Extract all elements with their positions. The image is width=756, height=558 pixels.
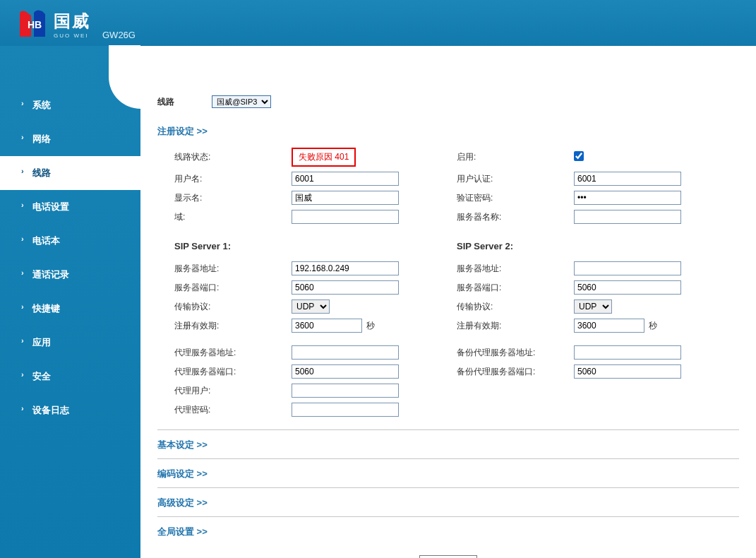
model-name: GW26G bbox=[102, 30, 136, 40]
s1-port-input[interactable] bbox=[292, 280, 399, 295]
logo-icon: HB bbox=[16, 7, 49, 41]
sidebar-item-label: 系统 bbox=[32, 100, 51, 110]
main-panel: 线路 国威@SIP3 注册设定 >> 线路状态: 失败原因 401 启用: bbox=[140, 46, 756, 558]
register-section-title[interactable]: 注册设定 >> bbox=[157, 125, 739, 138]
sidebar-item-label: 通话记录 bbox=[32, 269, 69, 280]
username-input[interactable] bbox=[292, 172, 399, 186]
line-selector-row: 线路 国威@SIP3 bbox=[157, 95, 739, 108]
sidebar-item-hotkeys[interactable]: 快捷键 bbox=[0, 292, 140, 326]
sidebar-item-label: 设备日志 bbox=[32, 405, 69, 415]
s2-proto-select[interactable]: UDP bbox=[574, 299, 612, 314]
sidebar-item-call-log[interactable]: 通话记录 bbox=[0, 258, 140, 292]
auth-label: 用户认证: bbox=[457, 173, 574, 185]
auth-input[interactable] bbox=[574, 172, 681, 186]
s2-expire-label: 注册有效期: bbox=[457, 320, 574, 332]
line-label: 线路 bbox=[157, 96, 210, 108]
sidebar-item-label: 网络 bbox=[32, 133, 51, 144]
username-label: 用户名: bbox=[174, 173, 292, 185]
brand-name: 国威 bbox=[54, 10, 90, 32]
line-select[interactable]: 国威@SIP3 bbox=[212, 95, 271, 108]
status-value: 失败原因 401 bbox=[292, 148, 356, 167]
sip-server2-title: SIP Server 2: bbox=[457, 241, 739, 251]
sidebar-item-label: 线路 bbox=[32, 167, 51, 178]
s2-addr-input[interactable] bbox=[574, 261, 681, 275]
s1-expire-input[interactable] bbox=[292, 319, 362, 333]
status-label: 线路状态: bbox=[174, 151, 292, 163]
submit-button[interactable]: 提交 bbox=[419, 555, 477, 558]
password-label: 验证密码: bbox=[457, 192, 574, 204]
proxy-port-input[interactable] bbox=[292, 364, 399, 379]
s1-expire-unit: 秒 bbox=[366, 321, 375, 331]
codec-settings-section[interactable]: 编码设定 >> bbox=[157, 458, 739, 487]
sidebar-item-label: 电话本 bbox=[32, 235, 60, 246]
displayname-label: 显示名: bbox=[174, 192, 292, 204]
sidebar-item-security[interactable]: 安全 bbox=[0, 360, 140, 393]
s2-port-label: 服务器端口: bbox=[457, 282, 574, 294]
app-header: HB 国威 GUO WEI GW26G bbox=[0, 0, 756, 46]
realm-input[interactable] bbox=[292, 210, 399, 224]
brand-text: 国威 GUO WEI bbox=[54, 10, 90, 39]
bproxy-port-input[interactable] bbox=[574, 364, 681, 379]
s2-expire-input[interactable] bbox=[574, 319, 644, 333]
sidebar-item-label: 电话设置 bbox=[32, 201, 69, 212]
s2-addr-label: 服务器地址: bbox=[457, 263, 574, 275]
sidebar-item-line[interactable]: 线路 bbox=[0, 156, 140, 190]
s1-proto-label: 传输协议: bbox=[174, 301, 292, 313]
s1-addr-label: 服务器地址: bbox=[174, 263, 292, 275]
enable-label: 启用: bbox=[457, 151, 574, 163]
servername-input[interactable] bbox=[574, 210, 681, 224]
bproxy-addr-label: 备份代理服务器地址: bbox=[457, 347, 574, 359]
sidebar-item-system[interactable]: 系统 bbox=[0, 88, 140, 122]
sip-server1-title: SIP Server 1: bbox=[174, 241, 457, 251]
proxy-user-label: 代理用户: bbox=[174, 385, 292, 397]
bproxy-port-label: 备份代理服务器端口: bbox=[457, 366, 574, 378]
realm-label: 域: bbox=[174, 211, 292, 223]
proxy-user-input[interactable] bbox=[292, 384, 399, 398]
proxy-pwd-label: 代理密码: bbox=[174, 404, 292, 416]
sidebar-item-device-log[interactable]: 设备日志 bbox=[0, 393, 140, 427]
s2-port-input[interactable] bbox=[574, 280, 681, 295]
s2-expire-unit: 秒 bbox=[649, 321, 657, 331]
bproxy-addr-input[interactable] bbox=[574, 345, 681, 360]
enable-checkbox[interactable] bbox=[574, 151, 584, 161]
servername-label: 服务器名称: bbox=[457, 211, 574, 223]
password-input[interactable] bbox=[574, 191, 681, 205]
sidebar-item-apps[interactable]: 应用 bbox=[0, 326, 140, 360]
proxy-port-label: 代理服务器端口: bbox=[174, 366, 292, 378]
s1-addr-input[interactable] bbox=[292, 261, 399, 275]
s1-port-label: 服务器端口: bbox=[174, 282, 292, 294]
sidebar-item-phonebook[interactable]: 电话本 bbox=[0, 224, 140, 258]
sidebar-item-label: 应用 bbox=[32, 337, 51, 348]
sidebar-item-phone-settings[interactable]: 电话设置 bbox=[0, 190, 140, 224]
proxy-pwd-input[interactable] bbox=[292, 403, 399, 417]
brand-sub: GUO WEI bbox=[54, 32, 90, 39]
s1-proto-select[interactable]: UDP bbox=[292, 299, 330, 314]
sidebar-item-label: 安全 bbox=[32, 371, 51, 381]
sidebar: 系统 网络 线路 电话设置 电话本 通话记录 快捷键 应用 安全 设备日志 bbox=[0, 46, 140, 558]
s2-proto-label: 传输协议: bbox=[457, 301, 574, 313]
proxy-addr-input[interactable] bbox=[292, 345, 399, 360]
svg-text:HB: HB bbox=[28, 19, 42, 30]
sidebar-item-label: 快捷键 bbox=[32, 303, 60, 314]
advanced-settings-section[interactable]: 高级设定 >> bbox=[157, 487, 739, 516]
proxy-addr-label: 代理服务器地址: bbox=[174, 347, 292, 359]
global-settings-section[interactable]: 全局设置 >> bbox=[157, 516, 739, 545]
displayname-input[interactable] bbox=[292, 191, 399, 205]
sidebar-item-network[interactable]: 网络 bbox=[0, 122, 140, 156]
basic-settings-section[interactable]: 基本设定 >> bbox=[157, 429, 739, 458]
s1-expire-label: 注册有效期: bbox=[174, 320, 292, 332]
